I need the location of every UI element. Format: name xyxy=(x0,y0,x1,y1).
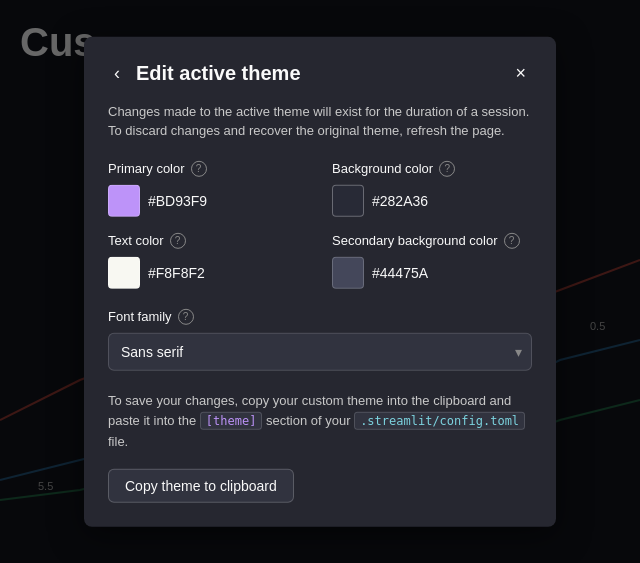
background-color-field: Background color ? #282A36 xyxy=(332,160,532,216)
primary-color-help-icon[interactable]: ? xyxy=(191,160,207,176)
primary-color-label: Primary color ? xyxy=(108,160,308,176)
secondary-bg-color-hex: #44475A xyxy=(372,264,428,280)
primary-color-swatch[interactable] xyxy=(108,184,140,216)
text-color-label: Text color ? xyxy=(108,232,308,248)
modal-description: Changes made to the active theme will ex… xyxy=(108,101,532,140)
text-color-field: Text color ? #F8F8F2 xyxy=(108,232,308,288)
background-color-swatch[interactable] xyxy=(332,184,364,216)
config-tag: .streamlit/config.toml xyxy=(354,412,525,430)
font-family-select[interactable]: Sans serif Serif Monospace xyxy=(108,332,532,370)
secondary-bg-color-help-icon[interactable]: ? xyxy=(504,232,520,248)
font-family-section: Font family ? Sans serif Serif Monospace… xyxy=(108,308,532,370)
primary-color-field: Primary color ? #BD93F9 xyxy=(108,160,308,216)
text-color-swatch[interactable] xyxy=(108,256,140,288)
font-select-wrapper: Sans serif Serif Monospace ▾ xyxy=(108,332,532,370)
background-color-label: Background color ? xyxy=(332,160,532,176)
edit-theme-modal: ‹ Edit active theme × Changes made to th… xyxy=(84,36,556,526)
background-color-hex: #282A36 xyxy=(372,192,428,208)
text-color-help-icon[interactable]: ? xyxy=(170,232,186,248)
back-button[interactable]: ‹ xyxy=(108,60,126,85)
text-color-input-row: #F8F8F2 xyxy=(108,256,308,288)
modal-header: ‹ Edit active theme × xyxy=(108,60,532,85)
secondary-bg-color-label: Secondary background color ? xyxy=(332,232,532,248)
secondary-bg-color-field: Secondary background color ? #44475A xyxy=(332,232,532,288)
theme-tag: [theme] xyxy=(200,412,263,430)
copy-theme-button[interactable]: Copy theme to clipboard xyxy=(108,469,294,503)
close-button[interactable]: × xyxy=(509,60,532,85)
primary-color-hex: #BD93F9 xyxy=(148,192,207,208)
font-family-help-icon[interactable]: ? xyxy=(178,308,194,324)
modal-title: Edit active theme xyxy=(136,61,301,84)
secondary-bg-color-swatch[interactable] xyxy=(332,256,364,288)
save-instructions: To save your changes, copy your custom t… xyxy=(108,390,532,452)
background-color-input-row: #282A36 xyxy=(332,184,532,216)
background-color-help-icon[interactable]: ? xyxy=(439,160,455,176)
secondary-bg-color-input-row: #44475A xyxy=(332,256,532,288)
color-grid: Primary color ? #BD93F9 Background color… xyxy=(108,160,532,288)
header-left: ‹ Edit active theme xyxy=(108,60,301,85)
primary-color-input-row: #BD93F9 xyxy=(108,184,308,216)
copy-theme-label: Copy theme to clipboard xyxy=(125,478,277,494)
text-color-hex: #F8F8F2 xyxy=(148,264,205,280)
font-family-label: Font family ? xyxy=(108,308,532,324)
